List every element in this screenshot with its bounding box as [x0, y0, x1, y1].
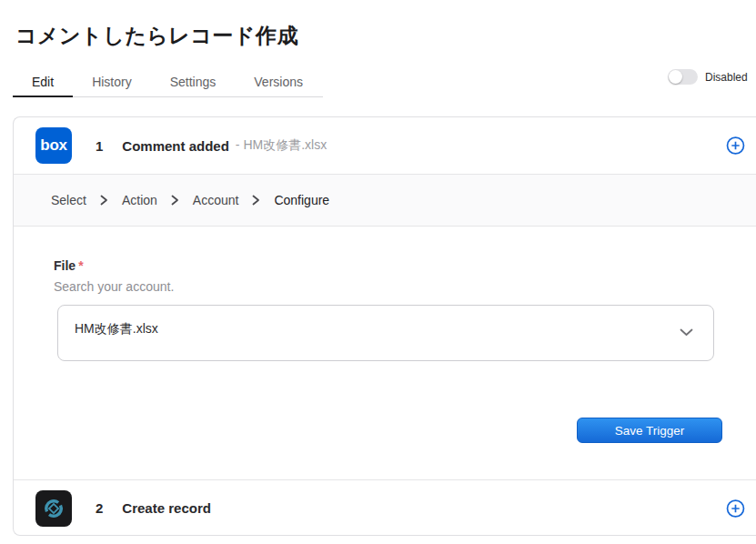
tab-history[interactable]: History [73, 67, 151, 96]
step1-header[interactable]: box 1 Comment added - HM改修書.xlsx [14, 117, 756, 174]
page-title: コメントしたらレコード作成 [15, 22, 298, 50]
file-field-hint: Search your account. [54, 279, 174, 294]
breadcrumb-action[interactable]: Action [122, 193, 157, 207]
toggle-knob [669, 70, 682, 84]
box-logo-text: box [40, 136, 66, 155]
breadcrumb-select[interactable]: Select [51, 193, 86, 207]
file-select-dropdown[interactable]: HM改修書.xlsx [57, 305, 714, 361]
enabled-toggle-group: Disabled [668, 69, 748, 85]
step2-title: Create record [122, 500, 211, 516]
plus-circle-icon [726, 136, 745, 156]
add-step-after-1-button[interactable] [726, 136, 745, 156]
tab-versions[interactable]: Versions [235, 67, 322, 96]
breadcrumb-configure[interactable]: Configure [274, 193, 329, 207]
chevron-right-icon [252, 195, 260, 206]
step2-number: 2 [96, 500, 103, 516]
required-marker: * [78, 258, 83, 273]
tab-settings[interactable]: Settings [151, 67, 236, 96]
chevron-right-icon [171, 195, 179, 206]
chevron-down-icon [680, 325, 693, 339]
step1-title: Comment added [122, 138, 229, 154]
step2-header[interactable]: 2 Create record [14, 479, 756, 536]
kintone-app-icon [35, 490, 72, 527]
chevron-right-icon [100, 195, 108, 206]
app-screen: コメントしたらレコード作成 Edit History Settings Vers… [0, 0, 756, 544]
add-step-after-2-button[interactable] [726, 499, 745, 518]
file-label-text: File [54, 258, 76, 273]
workflow-card: box 1 Comment added - HM改修書.xlsx Select … [13, 116, 756, 536]
file-field-label: File* [54, 258, 84, 273]
tab-bar: Edit History Settings Versions [13, 67, 323, 97]
toggle-label: Disabled [705, 71, 748, 84]
plus-circle-icon [726, 499, 745, 518]
tab-edit[interactable]: Edit [13, 67, 73, 96]
step1-number: 1 [96, 138, 103, 154]
breadcrumb: Select Action Account Configure [14, 174, 756, 227]
save-trigger-button[interactable]: Save Trigger [577, 418, 722, 443]
box-app-icon: box [35, 127, 72, 164]
file-select-value: HM改修書.xlsx [75, 321, 158, 337]
breadcrumb-account[interactable]: Account [193, 193, 239, 207]
step1-subtitle: - HM改修書.xlsx [236, 137, 327, 154]
enabled-toggle[interactable] [668, 69, 698, 85]
